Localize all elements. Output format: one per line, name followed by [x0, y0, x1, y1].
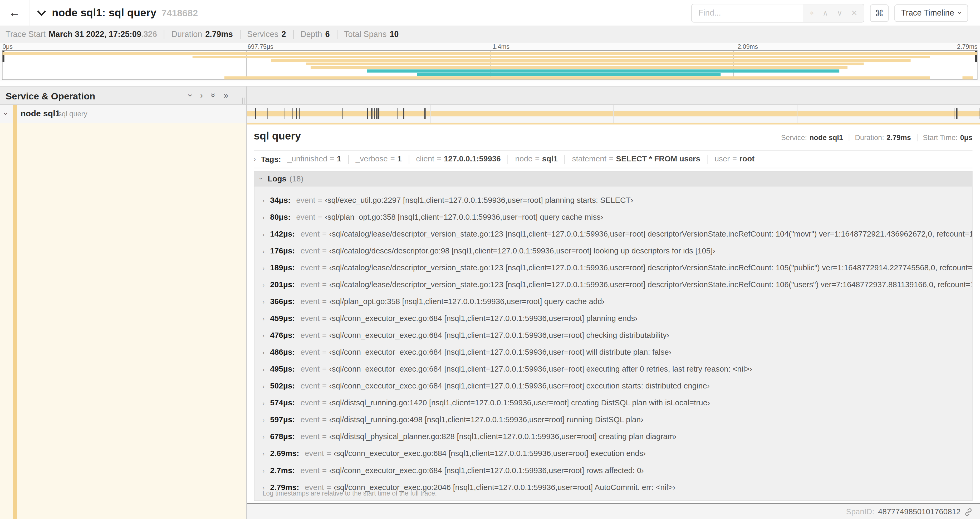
log-row[interactable]: ›476μs:event=‹sql/conn_executor_exec.go:… [255, 327, 972, 344]
divider [240, 30, 240, 38]
log-row[interactable]: ›34μs:event=‹sql/exec_util.go:2297 [nsql… [255, 192, 972, 209]
log-row[interactable]: ›486μs:event=‹sql/conn_executor_exec.go:… [255, 344, 972, 361]
log-message: ‹sql/catalog/lease/descriptor_version_st… [329, 263, 972, 272]
span-row[interactable]: › node sql1 sql query [0, 105, 980, 123]
tags-label: Tags: [261, 155, 281, 163]
minimap-tick-label: 2.79ms [957, 43, 978, 50]
log-row[interactable]: ›176μs:event=‹sql/catalog/descs/descript… [255, 243, 972, 260]
span-color-stripe [13, 105, 17, 123]
log-row[interactable]: ›189μs:event=‹sql/catalog/lease/descript… [255, 260, 972, 277]
log-marker-tick [956, 108, 957, 119]
chevron-right-icon: › [254, 156, 256, 163]
span-service-name[interactable]: node sql1 [21, 109, 60, 118]
log-field-key: event [301, 331, 320, 340]
deep-link-icon[interactable] [964, 508, 973, 516]
minimap-span-bar [310, 66, 847, 69]
minimap-span-bar [2, 52, 977, 55]
log-timestamp: 189μs: [270, 263, 295, 272]
log-message: ‹sql/catalog/descs/descriptor.go:98 [nsq… [329, 247, 716, 255]
log-marker-tick [293, 108, 293, 119]
chevron-right-icon: › [262, 434, 264, 441]
log-message: ‹sql/exec_util.go:2297 [nsql1,client=127… [325, 196, 633, 204]
tag-item: statement=SELECT * FROM users [572, 155, 700, 163]
top-bar-actions: ⌖ ∧ ∨ ✕ ⌘ Trace Timeline › [692, 3, 968, 22]
find-target-icon[interactable]: ⌖ [810, 9, 814, 16]
span-color-accent-bar [247, 123, 980, 125]
collapse-one-icon[interactable]: › [187, 94, 195, 97]
log-timestamp: 34μs: [270, 196, 291, 204]
trace-summary-item: Trace StartMarch 31 2022, 17:25:09.326 [6, 30, 157, 39]
span-operation-name[interactable]: sql query [58, 110, 88, 118]
detail-row-left-column [0, 123, 246, 519]
tags-list: _unfinished=1_verbose=1client=127.0.0.1:… [287, 155, 754, 164]
find-clear-icon[interactable]: ✕ [851, 9, 858, 16]
trace-summary-item: Duration2.79ms [172, 30, 233, 39]
log-message: ‹sql/conn_executor_exec.go:684 [nsql1,cl… [329, 314, 638, 323]
chevron-right-icon: › [262, 265, 264, 271]
minimap-canvas[interactable] [2, 50, 977, 80]
log-marker-tick [378, 108, 379, 119]
log-field-key: event [301, 432, 320, 441]
trace-id-short: 7418682 [161, 7, 198, 18]
divider [565, 155, 565, 164]
find-next-icon[interactable]: ∨ [837, 9, 843, 16]
log-marker-tick [954, 108, 955, 119]
detail-footer: SpanID: 4877749850101760812 [247, 504, 980, 519]
log-row[interactable]: ›2.7ms:event=‹sql/conn_executor_exec.go:… [255, 462, 972, 479]
log-message: ‹sql/conn_executor_exec.go:684 [nsql1,cl… [329, 331, 670, 340]
log-row[interactable]: ›142μs:event=‹sql/catalog/lease/descript… [255, 226, 972, 243]
tag-item: user=root [714, 155, 754, 163]
divider [337, 30, 337, 38]
log-row[interactable]: ›597μs:event=‹sql/distsql_running.go:498… [255, 412, 972, 428]
keyboard-shortcuts-button[interactable]: ⌘ [870, 4, 889, 21]
chevron-right-icon: › [262, 282, 264, 289]
find-prev-icon[interactable]: ∧ [823, 9, 828, 16]
divider [508, 155, 508, 164]
start-time-value: 0μs [960, 134, 972, 141]
column-resize-handle[interactable] [240, 97, 245, 104]
tags-row[interactable]: › Tags: _unfinished=1_verbose=1client=12… [254, 150, 972, 168]
log-row[interactable]: ›366μs:event=‹sql/plan_opt.go:358 [nsql1… [255, 294, 972, 310]
top-bar: ← node sql1: sql query 7418682 ⌖ ∧ ∨ ✕ ⌘ [0, 0, 980, 26]
log-row[interactable]: ›574μs:event=‹sql/distsql_running.go:142… [255, 395, 972, 412]
divider [348, 155, 348, 164]
log-row[interactable]: ›502μs:event=‹sql/conn_executor_exec.go:… [255, 378, 972, 395]
log-row[interactable]: ›2.69ms:event=‹sql/conn_executor_exec.go… [255, 446, 972, 462]
log-timestamp: 476μs: [270, 331, 295, 340]
log-row[interactable]: ›80μs:event=‹sql/plan_opt.go:358 [nsql1,… [255, 209, 972, 226]
log-message: ‹sql/distsql_physical_planner.go:828 [ns… [329, 432, 677, 441]
span-collapse-chevron-icon[interactable]: › [2, 113, 10, 115]
chevron-right-icon: › [262, 366, 264, 373]
chevron-down-icon[interactable] [37, 10, 46, 16]
log-marker-tick [403, 108, 404, 119]
find-input[interactable] [692, 4, 803, 21]
divider [707, 155, 708, 164]
detail-operation-title[interactable]: sql query [254, 130, 301, 142]
minimap-span-bar [417, 73, 721, 76]
chevron-right-icon: › [262, 400, 264, 407]
log-field-key: event [301, 263, 320, 272]
logs-header[interactable]: › Logs (18) [255, 171, 972, 187]
log-row[interactable]: ›495μs:event=‹sql/conn_executor_exec.go:… [255, 361, 972, 378]
chevron-down-icon: › [258, 177, 264, 180]
trace-title-group[interactable]: node sql1: sql query 7418682 [37, 6, 198, 19]
chevron-down-icon: › [956, 11, 964, 14]
trace-summary-item: Depth6 [300, 30, 329, 39]
chevron-right-icon: › [262, 332, 264, 339]
log-marker-tick [367, 108, 368, 119]
log-timestamp: 2.7ms: [270, 466, 295, 475]
log-field-key: event [301, 365, 320, 374]
log-timestamp: 366μs: [270, 297, 295, 306]
trace-summary-item: Total Spans10 [344, 30, 399, 39]
log-timestamp: 678μs: [270, 432, 295, 441]
log-row[interactable]: ›459μs:event=‹sql/conn_executor_exec.go:… [255, 310, 972, 327]
view-selector-button[interactable]: Trace Timeline › [894, 4, 968, 21]
collapse-all-icon[interactable]: » [209, 93, 217, 97]
expand-one-icon[interactable]: › [200, 91, 203, 99]
log-message: ‹sql/catalog/lease/descriptor_version_st… [329, 280, 972, 289]
log-row[interactable]: ›201μs:event=‹sql/catalog/lease/descript… [255, 277, 972, 294]
log-row[interactable]: ›678μs:event=‹sql/distsql_physical_plann… [255, 428, 972, 446]
expand-all-icon[interactable]: » [224, 91, 228, 99]
minimap-span-bar [367, 69, 840, 72]
back-button[interactable]: ← [0, 0, 30, 26]
